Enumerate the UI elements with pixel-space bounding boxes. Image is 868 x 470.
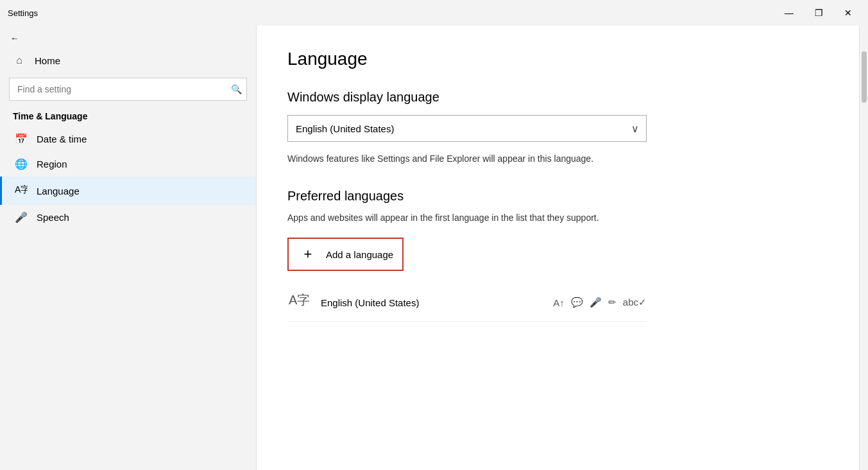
maximize-button[interactable]: ❐	[804, 3, 833, 23]
sidebar-item-speech-label: Speech	[37, 212, 69, 223]
back-arrow-icon: ←	[10, 33, 19, 43]
sidebar-section-label: Time & Language	[0, 109, 256, 126]
sidebar-item-date-time[interactable]: 📅 Date & time	[0, 126, 256, 152]
add-plus-icon: +	[298, 244, 318, 265]
display-language-select[interactable]: English (United States)	[287, 115, 647, 142]
feature-microphone-icon: 🎤	[590, 297, 602, 308]
sidebar: ← ⌂ Home 🔍 Time & Language 📅 Date & time…	[0, 26, 257, 470]
language-item-icon: A字	[287, 290, 311, 315]
date-time-icon: 📅	[15, 133, 28, 145]
search-icon[interactable]: 🔍	[231, 84, 242, 94]
home-label: Home	[35, 55, 60, 66]
title-bar: Settings — ❐ ✕	[0, 0, 868, 26]
display-language-dropdown[interactable]: English (United States) ∨	[287, 115, 647, 142]
display-language-description: Windows features like Settings and File …	[287, 152, 647, 166]
language-item-name: English (United States)	[321, 297, 543, 308]
content-area: Language Windows display language Englis…	[257, 26, 859, 470]
preferred-languages-title: Preferred languages	[287, 189, 828, 204]
back-button[interactable]: ←	[0, 28, 256, 48]
sidebar-item-region[interactable]: 🌐 Region	[0, 152, 256, 177]
sidebar-item-language[interactable]: A字 Language	[0, 177, 256, 205]
app-body: ← ⌂ Home 🔍 Time & Language 📅 Date & time…	[0, 26, 868, 470]
sidebar-item-date-time-label: Date & time	[37, 134, 87, 144]
window-controls: — ❐ ✕	[774, 3, 863, 23]
scrollbar-thumb[interactable]	[862, 51, 867, 103]
add-language-label: Add a language	[326, 249, 393, 260]
sidebar-item-speech[interactable]: 🎤 Speech	[0, 205, 256, 230]
svg-text:A字: A字	[15, 184, 28, 195]
minimize-button[interactable]: —	[774, 3, 804, 23]
sidebar-item-region-label: Region	[37, 159, 67, 170]
sidebar-item-home[interactable]: ⌂ Home	[0, 48, 256, 73]
language-item-features: A↑ 💬 🎤 ✏ abc✓	[553, 297, 647, 308]
feature-handwriting-icon: ✏	[608, 297, 617, 308]
feature-speech-recognition-icon: 💬	[571, 297, 583, 308]
page-title: Language	[287, 49, 828, 69]
windows-display-language-title: Windows display language	[287, 90, 828, 105]
home-icon: ⌂	[13, 55, 26, 66]
speech-icon: 🎤	[15, 211, 28, 223]
feature-spellcheck-icon: abc✓	[623, 297, 647, 308]
search-container: 🔍	[9, 78, 247, 101]
scrollbar-track[interactable]	[859, 26, 868, 470]
language-list-item: A字 English (United States) A↑ 💬 🎤 ✏ abc✓	[287, 284, 647, 322]
title-text: Settings	[8, 8, 38, 18]
preferred-languages-description: Apps and websites will appear in the fir…	[287, 211, 647, 225]
search-input[interactable]	[9, 78, 247, 101]
close-button[interactable]: ✕	[833, 3, 863, 23]
language-icon: A字	[15, 183, 28, 198]
add-language-button[interactable]: + Add a language	[287, 238, 404, 271]
svg-text:A字: A字	[289, 293, 309, 307]
region-icon: 🌐	[15, 158, 28, 170]
feature-text-to-speech-icon: A↑	[553, 297, 565, 308]
sidebar-item-language-label: Language	[37, 186, 80, 196]
